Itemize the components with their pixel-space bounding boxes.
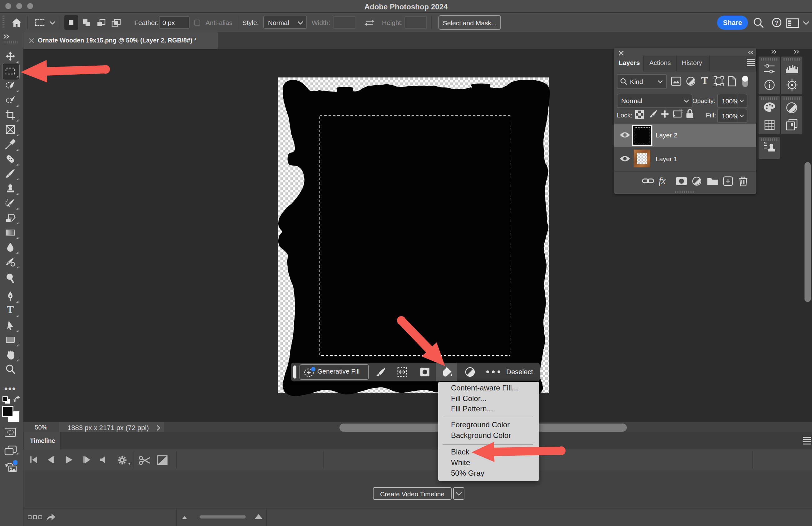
svg-text:?: ? xyxy=(775,19,779,26)
